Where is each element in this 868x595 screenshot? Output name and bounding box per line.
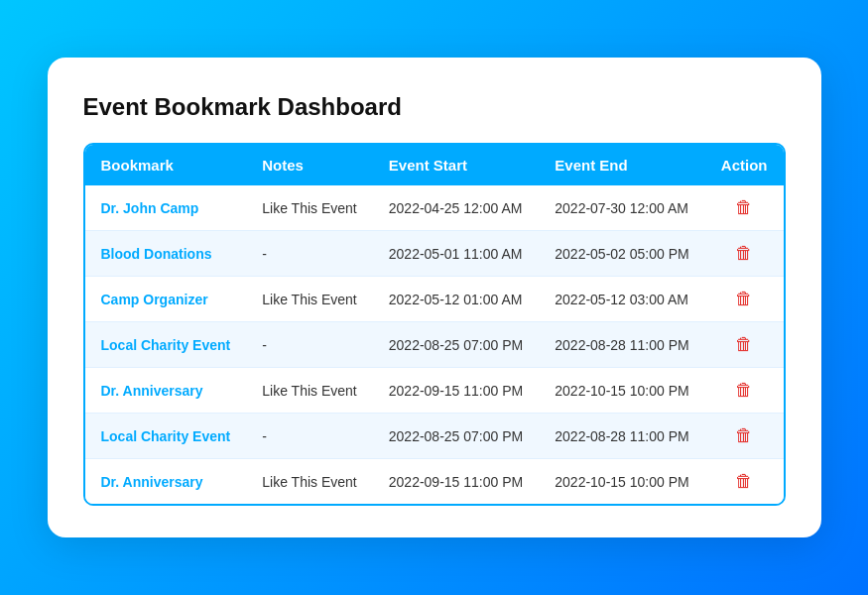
cell-action: 🗑	[705, 459, 784, 505]
cell-notes: Like This Event	[246, 277, 373, 322]
cell-bookmark: Dr. John Camp	[85, 185, 247, 231]
delete-button[interactable]: 🗑	[735, 425, 753, 446]
delete-button[interactable]: 🗑	[735, 380, 753, 401]
bookmark-link[interactable]: Dr. Anniversary	[101, 383, 203, 399]
cell-action: 🗑	[705, 231, 784, 277]
trash-icon: 🗑	[735, 380, 753, 401]
bookmarks-table: Bookmark Notes Event Start Event End Act…	[85, 145, 784, 504]
table-wrapper: Bookmark Notes Event Start Event End Act…	[83, 143, 786, 506]
table-row: Dr. AnniversaryLike This Event2022-09-15…	[85, 459, 784, 505]
trash-icon: 🗑	[735, 471, 753, 492]
cell-bookmark: Blood Donations	[85, 231, 247, 277]
trash-icon: 🗑	[735, 197, 753, 218]
cell-action: 🗑	[705, 368, 784, 414]
cell-event-end: 2022-07-30 12:00 AM	[539, 185, 705, 231]
cell-notes: Like This Event	[246, 368, 373, 414]
delete-button[interactable]: 🗑	[735, 334, 753, 355]
table-row: Local Charity Event-2022-08-25 07:00 PM2…	[85, 322, 784, 368]
cell-bookmark: Dr. Anniversary	[85, 459, 247, 505]
cell-notes: -	[246, 322, 373, 368]
col-header-event-start: Event Start	[373, 145, 540, 185]
cell-action: 🗑	[705, 277, 784, 322]
cell-event-start: 2022-04-25 12:00 AM	[373, 185, 540, 231]
cell-notes: Like This Event	[246, 185, 373, 231]
bookmark-link[interactable]: Dr. Anniversary	[101, 474, 203, 490]
page-title: Event Bookmark Dashboard	[83, 93, 786, 121]
delete-button[interactable]: 🗑	[735, 197, 753, 218]
table-row: Local Charity Event-2022-08-25 07:00 PM2…	[85, 414, 784, 459]
delete-button[interactable]: 🗑	[735, 471, 753, 492]
cell-notes: Like This Event	[246, 459, 373, 505]
table-header-row: Bookmark Notes Event Start Event End Act…	[85, 145, 784, 185]
col-header-notes: Notes	[246, 145, 373, 185]
cell-action: 🗑	[705, 185, 784, 231]
dashboard-card: Event Bookmark Dashboard Bookmark Notes …	[48, 58, 821, 537]
trash-icon: 🗑	[735, 289, 753, 309]
cell-action: 🗑	[705, 414, 784, 459]
cell-notes: -	[246, 231, 373, 277]
cell-event-start: 2022-09-15 11:00 PM	[373, 459, 540, 505]
cell-event-end: 2022-10-15 10:00 PM	[539, 459, 705, 505]
table-row: Blood Donations-2022-05-01 11:00 AM2022-…	[85, 231, 784, 277]
trash-icon: 🗑	[735, 334, 753, 355]
cell-event-start: 2022-05-12 01:00 AM	[373, 277, 540, 322]
cell-event-start: 2022-08-25 07:00 PM	[373, 322, 540, 368]
bookmark-link[interactable]: Blood Donations	[101, 246, 212, 262]
col-header-action: Action	[705, 145, 784, 185]
cell-bookmark: Local Charity Event	[85, 414, 247, 459]
col-header-bookmark: Bookmark	[85, 145, 247, 185]
cell-notes: -	[246, 414, 373, 459]
col-header-event-end: Event End	[539, 145, 705, 185]
trash-icon: 🗑	[735, 243, 753, 264]
cell-bookmark: Camp Organizer	[85, 277, 247, 322]
delete-button[interactable]: 🗑	[735, 289, 753, 309]
table-row: Dr. John CampLike This Event2022-04-25 1…	[85, 185, 784, 231]
cell-event-end: 2022-08-28 11:00 PM	[539, 414, 705, 459]
table-row: Camp OrganizerLike This Event2022-05-12 …	[85, 277, 784, 322]
bookmark-link[interactable]: Local Charity Event	[101, 337, 231, 353]
cell-event-start: 2022-08-25 07:00 PM	[373, 414, 540, 459]
cell-event-end: 2022-08-28 11:00 PM	[539, 322, 705, 368]
cell-action: 🗑	[705, 322, 784, 368]
bookmark-link[interactable]: Local Charity Event	[101, 428, 231, 444]
cell-bookmark: Dr. Anniversary	[85, 368, 247, 414]
delete-button[interactable]: 🗑	[735, 243, 753, 264]
trash-icon: 🗑	[735, 425, 753, 446]
table-row: Dr. AnniversaryLike This Event2022-09-15…	[85, 368, 784, 414]
cell-event-end: 2022-05-02 05:00 PM	[539, 231, 705, 277]
bookmark-link[interactable]: Camp Organizer	[101, 292, 208, 307]
cell-event-start: 2022-09-15 11:00 PM	[373, 368, 540, 414]
cell-event-end: 2022-05-12 03:00 AM	[539, 277, 705, 322]
cell-event-start: 2022-05-01 11:00 AM	[373, 231, 540, 277]
cell-bookmark: Local Charity Event	[85, 322, 247, 368]
cell-event-end: 2022-10-15 10:00 PM	[539, 368, 705, 414]
bookmark-link[interactable]: Dr. John Camp	[101, 200, 199, 216]
